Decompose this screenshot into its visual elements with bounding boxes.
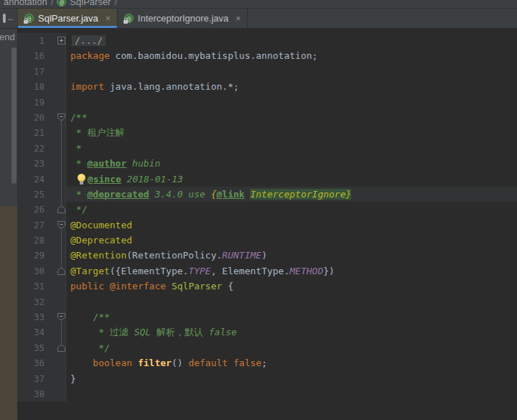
code-line-28[interactable]: 28@Deprecated [17,233,517,248]
code-text[interactable]: boolean filter() default false; [66,355,517,370]
fold-marker-up[interactable] [50,202,66,217]
line-number[interactable]: 22 [17,141,50,156]
code-line-1[interactable]: 1/.../ [17,33,517,48]
code-line-37[interactable]: 37} [17,371,517,386]
breadcrumb-item-annotation[interactable]: annotation [4,0,47,7]
line-number[interactable]: 29 [17,248,50,263]
fold-marker-down[interactable] [50,110,66,125]
code-line-35[interactable]: 35 */ [17,340,517,355]
code-text[interactable]: * 租户注解 [66,125,517,140]
code-text[interactable]: */ [66,340,517,355]
code-line-21[interactable]: 21 * 租户注解 [17,125,517,140]
code-text[interactable] [66,95,517,110]
line-number[interactable]: 23 [17,156,50,171]
line-number[interactable]: 20 [17,110,50,125]
code-text[interactable]: /.../ [66,33,517,48]
line-number[interactable]: 38 [17,386,50,401]
code-line-27[interactable]: 27@Documented [17,218,517,233]
code-segment: boolean [93,358,132,368]
breadcrumb-item-sqlparser[interactable]: SqlParser [70,0,111,7]
lightbulb-icon[interactable] [78,174,86,185]
code-line-23[interactable]: 23 * @author hubin [17,156,517,171]
code-line-36[interactable]: 36 boolean filter() default false; [17,355,517,370]
code-text[interactable]: package com.baomidou.mybatisplus.annotat… [66,48,517,63]
code-rows: 1/.../16package com.baomidou.mybatisplus… [17,29,517,401]
line-number[interactable]: 16 [17,48,50,63]
tab-interceptorignore[interactable]: @ InterceptorIgnore.java × [118,9,248,28]
line-number[interactable]: 30 [17,263,50,279]
code-text[interactable]: @Deprecated [66,233,517,248]
fold-marker-up[interactable] [50,263,66,279]
code-line-17[interactable]: 17 [17,64,517,79]
code-line-18[interactable]: 18import java.lang.annotation.*; [17,79,517,94]
code-text[interactable]: /** [66,110,517,125]
code-line-30[interactable]: 30@Target({ElementType.TYPE, ElementType… [17,263,517,279]
line-number[interactable]: 19 [17,95,50,110]
line-number[interactable]: 33 [17,309,50,325]
line-number[interactable]: 25 [17,187,50,202]
code-line-31[interactable]: 31public @interface SqlParser { [17,279,517,294]
fold-column [50,48,66,63]
code-line-26[interactable]: 26 */ [17,202,517,217]
code-text[interactable]: public @interface SqlParser { [66,279,517,294]
code-line-38[interactable]: 38 [17,386,517,401]
line-number[interactable]: 37 [17,371,50,386]
code-text[interactable] [66,294,517,309]
code-text[interactable]: import java.lang.annotation.*; [66,79,517,94]
code-segment: @link [217,189,245,200]
code-text[interactable]: * @author hubin [66,156,517,171]
line-number[interactable]: 26 [17,202,50,217]
fold-marker-plus[interactable] [50,33,66,48]
code-text[interactable]: * @deprecated 3.4.0 use {@link Intercept… [66,187,517,202]
code-line-16[interactable]: 16package com.baomidou.mybatisplus.annot… [17,48,517,63]
line-number[interactable]: 21 [17,125,50,140]
code-segment: }) [323,266,335,276]
code-line-20[interactable]: 20/** [17,110,517,125]
line-number[interactable]: 32 [17,294,50,309]
code-segment: hubin [126,158,160,169]
code-line-34[interactable]: 34 * 过滤 SQL 解析，默认 false [17,325,517,340]
code-segment: * 租户注解 [70,127,124,138]
fold-marker-up[interactable] [50,340,66,355]
line-number[interactable]: 24 [17,172,50,187]
line-number[interactable]: 31 [17,279,50,294]
tab-sqlparser[interactable]: @ SqlParser.java × [18,9,118,28]
line-number[interactable]: 27 [17,218,50,233]
code-line-25[interactable]: 25 * @deprecated 3.4.0 use {@link Interc… [17,187,517,202]
line-number[interactable]: 35 [17,340,50,355]
line-number[interactable]: 17 [17,64,50,79]
tab-close-icon[interactable]: × [236,14,241,24]
code-line-29[interactable]: 29@Retention(RetentionPolicy.RUNTIME) [17,248,517,263]
code-text[interactable]: * [66,141,517,156]
line-number[interactable]: 28 [17,233,50,248]
fold-marker-down[interactable] [50,218,66,233]
line-number[interactable]: 34 [17,325,50,340]
code-text[interactable]: @Target({ElementType.TYPE, ElementType.M… [66,263,517,279]
ide-window: annotation / @ SqlParser / ← @ SqlParser… [0,0,517,420]
tab-close-icon[interactable]: × [106,14,111,24]
line-number[interactable]: 36 [17,355,50,370]
panel-scrollbar[interactable] [11,47,17,184]
code-line-24[interactable]: 24 @since 2018-01-13 [17,172,517,187]
code-text[interactable]: @Retention(RetentionPolicy.RUNTIME) [66,248,517,263]
code-text[interactable]: @since 2018-01-13 [66,172,517,187]
code-text[interactable]: */ [66,202,517,217]
code-text[interactable]: } [66,371,517,386]
code-text[interactable]: * 过滤 SQL 解析，默认 false [66,325,517,340]
scroll-to-source-button[interactable]: ← [0,9,18,28]
code-editor[interactable]: 1/.../16package com.baomidou.mybatisplus… [17,29,517,420]
code-line-19[interactable]: 19 [17,95,517,110]
fold-marker-down[interactable] [50,309,66,325]
line-number[interactable]: 18 [17,79,50,94]
code-segment: /** [70,312,110,322]
code-line-33[interactable]: 33 /** [17,309,517,325]
code-line-22[interactable]: 22 * [17,141,517,156]
code-text[interactable] [66,64,517,79]
code-text[interactable]: @Documented [66,218,517,233]
code-text[interactable]: /** [66,309,517,325]
code-text[interactable] [66,386,517,401]
line-number[interactable]: 1 [17,33,50,48]
code-segment: { [222,281,233,291]
code-line-32[interactable]: 32 [17,294,517,309]
code-segment: RUNTIME [222,250,261,261]
